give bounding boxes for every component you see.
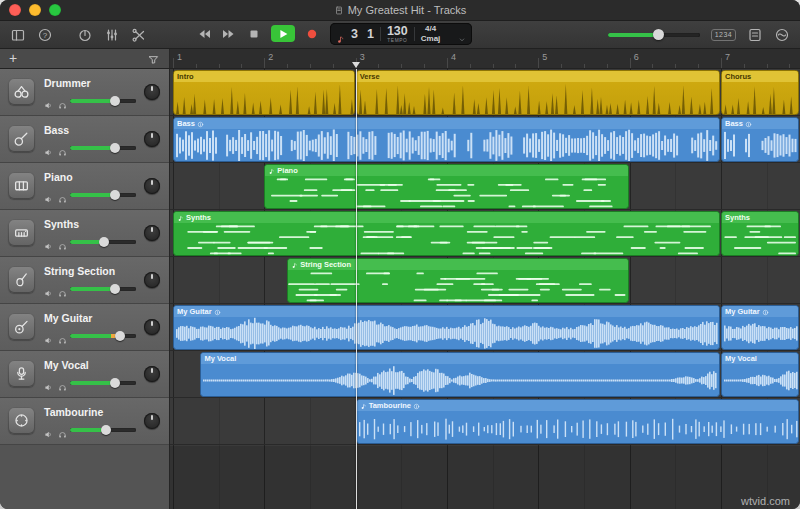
zoom-button[interactable]	[49, 4, 61, 16]
close-button[interactable]	[9, 4, 21, 16]
region-bass[interactable]: Bass	[721, 117, 799, 162]
info-icon[interactable]	[214, 308, 221, 315]
track-lane-string-section[interactable]: String Section	[170, 257, 800, 304]
solo-icon[interactable]	[58, 96, 67, 105]
volume-knob[interactable]	[110, 96, 120, 106]
volume-slider[interactable]	[70, 334, 136, 338]
playhead-marker[interactable]	[352, 62, 360, 68]
region-tambourine[interactable]: Tambourine	[356, 399, 799, 444]
pan-knob[interactable]	[144, 225, 160, 241]
track-lane-synths[interactable]: SynthsSynths	[170, 210, 800, 257]
volume-knob[interactable]	[110, 378, 120, 388]
info-icon[interactable]	[413, 402, 420, 409]
rewind-button[interactable]	[196, 26, 212, 42]
mute-icon[interactable]	[44, 190, 53, 199]
track-header-bass[interactable]: Bass	[0, 116, 169, 163]
volume-slider[interactable]	[70, 428, 136, 432]
track-header-synths[interactable]: Synths	[0, 210, 169, 257]
info-icon[interactable]	[745, 120, 752, 127]
chevron-down-icon[interactable]	[458, 30, 466, 38]
smart-controls-button[interactable]	[77, 27, 93, 43]
track-lane-my-vocal[interactable]: My VocalMy Vocal	[170, 351, 800, 398]
mute-icon[interactable]	[44, 331, 53, 340]
region-intro[interactable]: Intro	[173, 70, 355, 115]
volume-knob[interactable]	[110, 143, 120, 153]
play-button[interactable]	[271, 25, 295, 42]
track-header-my-guitar[interactable]: My Guitar	[0, 304, 169, 351]
volume-slider[interactable]	[70, 240, 136, 244]
track-filter-icon[interactable]	[147, 52, 160, 65]
region-my-guitar[interactable]: My Guitar	[721, 305, 799, 350]
info-icon[interactable]	[197, 120, 204, 127]
pan-knob[interactable]	[144, 413, 160, 429]
track-lane-my-guitar[interactable]: My GuitarMy Guitar	[170, 304, 800, 351]
volume-knob[interactable]	[101, 425, 111, 435]
pan-knob[interactable]	[144, 319, 160, 335]
mute-icon[interactable]	[44, 425, 53, 434]
master-volume-slider[interactable]	[608, 33, 700, 37]
playhead[interactable]	[356, 69, 357, 509]
solo-icon[interactable]	[58, 331, 67, 340]
info-icon[interactable]	[762, 308, 769, 315]
mute-icon[interactable]	[44, 96, 53, 105]
mute-icon[interactable]	[44, 237, 53, 246]
region-synths[interactable]: Synths	[721, 211, 799, 256]
region-my-vocal[interactable]: My Vocal	[200, 352, 720, 397]
track-lane-piano[interactable]: Piano	[170, 163, 800, 210]
region-my-vocal[interactable]: My Vocal	[721, 352, 799, 397]
volume-knob[interactable]	[110, 284, 120, 294]
solo-icon[interactable]	[58, 143, 67, 152]
minimize-button[interactable]	[29, 4, 41, 16]
record-button[interactable]	[304, 26, 320, 42]
track-lane-drummer[interactable]: IntroVerseChorus	[170, 69, 800, 116]
track-header-tambourine[interactable]: Tambourine	[0, 398, 169, 445]
notepad-button[interactable]	[747, 27, 763, 43]
stop-button[interactable]	[246, 26, 262, 42]
volume-slider[interactable]	[70, 99, 136, 103]
volume-knob[interactable]	[115, 331, 125, 341]
empty-lane-area[interactable]	[170, 446, 800, 509]
quick-help-button[interactable]: ?	[37, 27, 53, 43]
region-string-section[interactable]: String Section	[287, 258, 628, 303]
add-track-button[interactable]: +	[9, 50, 17, 67]
mute-icon[interactable]	[44, 284, 53, 293]
pan-knob[interactable]	[144, 131, 160, 147]
region-piano[interactable]: Piano	[264, 164, 628, 209]
pan-knob[interactable]	[144, 272, 160, 288]
loop-browser-button[interactable]	[774, 27, 790, 43]
library-button[interactable]	[10, 27, 26, 43]
solo-icon[interactable]	[58, 284, 67, 293]
track-header-string-section[interactable]: String Section	[0, 257, 169, 304]
mixer-button[interactable]	[104, 27, 120, 43]
count-in-button[interactable]: 1234	[711, 29, 736, 41]
solo-icon[interactable]	[58, 425, 67, 434]
track-lane-tambourine[interactable]: Tambourine	[170, 398, 800, 445]
track-header-drummer[interactable]: Drummer	[0, 69, 169, 116]
lcd-display[interactable]: 3 1 130 TEMPO 4/4 Cmaj	[330, 23, 472, 45]
master-volume-knob[interactable]	[653, 29, 664, 40]
pan-knob[interactable]	[144, 84, 160, 100]
track-header-my-vocal[interactable]: My Vocal	[0, 351, 169, 398]
timeline-ruler[interactable]: 1234567	[170, 49, 800, 68]
pan-knob[interactable]	[144, 178, 160, 194]
volume-slider[interactable]	[70, 193, 136, 197]
solo-icon[interactable]	[58, 237, 67, 246]
track-header-piano[interactable]: Piano	[0, 163, 169, 210]
mute-icon[interactable]	[44, 143, 53, 152]
volume-slider[interactable]	[70, 287, 136, 291]
region-bass[interactable]: Bass	[173, 117, 720, 162]
editors-button[interactable]	[131, 27, 147, 43]
region-chorus[interactable]: Chorus	[721, 70, 799, 115]
region-synths[interactable]: Synths	[173, 211, 720, 256]
track-lane-bass[interactable]: BassBass	[170, 116, 800, 163]
solo-icon[interactable]	[58, 190, 67, 199]
volume-knob[interactable]	[110, 190, 120, 200]
fast-forward-button[interactable]	[221, 26, 237, 42]
solo-icon[interactable]	[58, 378, 67, 387]
volume-slider[interactable]	[70, 381, 136, 385]
pan-knob[interactable]	[144, 366, 160, 382]
mute-icon[interactable]	[44, 378, 53, 387]
volume-knob[interactable]	[99, 237, 109, 247]
volume-slider[interactable]	[70, 146, 136, 150]
region-verse[interactable]: Verse	[356, 70, 720, 115]
